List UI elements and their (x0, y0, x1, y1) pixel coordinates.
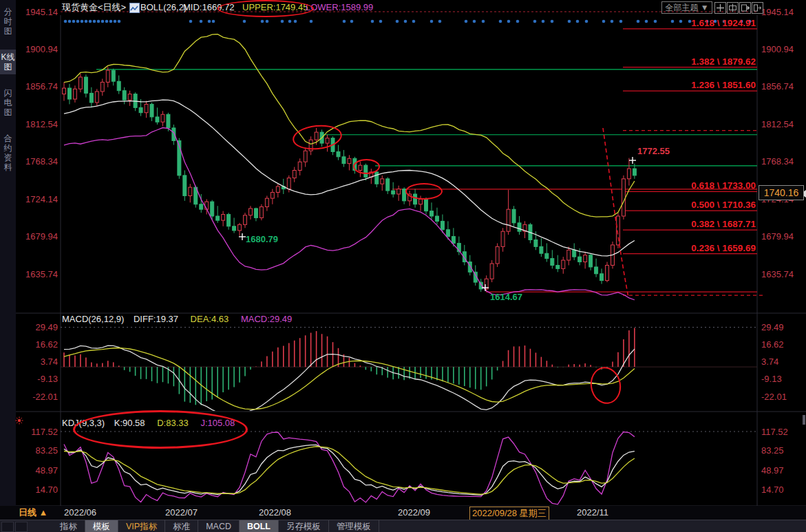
svg-text:117.52: 117.52 (761, 427, 788, 437)
event-dot-markers (64, 20, 752, 23)
svg-text:16.62: 16.62 (761, 339, 784, 350)
date-tick: 2022/08 (259, 507, 291, 518)
svg-text:-22.01: -22.01 (32, 392, 58, 402)
date-tick: 2022/11 (577, 507, 608, 518)
svg-text:0.382 \ 1687.71: 0.382 \ 1687.71 (691, 219, 756, 229)
svg-text:1635.74: 1635.74 (25, 269, 58, 279)
crosshair-marks (239, 157, 636, 291)
macd-diff: DIFF:19.37 (134, 314, 178, 324)
macd-panel (61, 328, 757, 416)
candlestick-series (63, 67, 637, 292)
svg-text:3.74: 3.74 (761, 357, 778, 367)
svg-text:1.236 \ 1851.60: 1.236 \ 1851.60 (691, 80, 756, 90)
macd-legend: MACD(26,12,9) DIFF:19.37 DEA:4.63 MACD:2… (62, 314, 292, 324)
trading-terminal: 分时图K线图闪电图合约资料 现货黄金<日线> BOLL(26,2) MID:16… (0, 0, 806, 532)
bottom-toolbar: 指标模板VIP指标标准MACDBOLL另存模板管理模板 (0, 520, 806, 532)
macd-name: MACD(26,12,9) (62, 314, 124, 324)
symbol-title: 现货黄金<日线> (62, 0, 126, 15)
date-tick: 2022/09/28 星期三 (469, 507, 549, 520)
svg-text:117.52: 117.52 (31, 427, 58, 437)
kdj-k: K:90.58 (114, 418, 145, 428)
svg-text:-22.01: -22.01 (761, 392, 787, 402)
swing-high-label: 1772.55 (637, 146, 670, 156)
collapse-panel-icon[interactable] (752, 2, 763, 14)
kdj-j: J:105.08 (200, 418, 235, 428)
toolbar-item-管理模板[interactable]: 管理模板 (329, 520, 379, 532)
svg-text:1.618 \ 1924.91: 1.618 \ 1924.91 (691, 18, 756, 28)
date-tick: 2022/09 (398, 507, 430, 518)
indicator-name: BOLL(26,2) (140, 0, 187, 15)
svg-text:1945.14: 1945.14 (761, 7, 794, 17)
scrollbar-thumb[interactable] (803, 415, 805, 425)
chart-canvas[interactable]: 1.618 \ 1924.911.382 \ 1879.621.236 \ 18… (0, 0, 806, 532)
current-price-tag: 1740.16 (759, 185, 804, 200)
kdj-d: D:83.33 (157, 418, 189, 428)
swing-low-label-2: 1614.67 (490, 292, 522, 302)
date-tick: 2022/06 (64, 507, 96, 518)
svg-text:1900.94: 1900.94 (761, 44, 794, 54)
kdj-panel (64, 432, 635, 504)
svg-text:0.236 \ 1659.69: 0.236 \ 1659.69 (691, 243, 756, 253)
kdj-legend: KDJ(9,3,3) K:90.58 D:83.33 J:105.08 (62, 418, 235, 428)
svg-text:29.49: 29.49 (761, 322, 784, 332)
svg-text:29.49: 29.49 (35, 322, 58, 332)
toolbar-item-另存模板[interactable]: 另存模板 (279, 520, 329, 532)
date-axis: 日线 ▲ 2022/062022/072022/082022/092022/09… (0, 506, 806, 520)
svg-text:0.618 \ 1733.00: 0.618 \ 1733.00 (691, 180, 756, 191)
svg-text:1768.34: 1768.34 (25, 156, 58, 167)
corner-cell-1[interactable] (1, 522, 14, 532)
boll-lower-value: LOWER:1589.99 (306, 0, 373, 15)
svg-text:14.70: 14.70 (35, 485, 58, 495)
corner-cell-2[interactable] (15, 522, 28, 532)
svg-text:1812.54: 1812.54 (761, 119, 794, 129)
svg-text:14.70: 14.70 (761, 485, 784, 495)
svg-text:3.74: 3.74 (41, 357, 58, 367)
swing-low-label-1: 1680.79 (246, 234, 278, 244)
svg-text:1856.74: 1856.74 (25, 81, 58, 92)
toolbar-item-标准[interactable]: 标准 (165, 520, 198, 532)
macd-dea: DEA:4.63 (191, 314, 229, 324)
indicator-chart-icon (129, 3, 140, 13)
svg-text:1.382 \ 1879.62: 1.382 \ 1879.62 (691, 56, 756, 67)
svg-text:1679.94: 1679.94 (25, 231, 58, 242)
toolbar-item-模板[interactable]: 模板 (85, 520, 118, 532)
svg-text:-9.13: -9.13 (37, 374, 58, 384)
toolbar-item-BOLL[interactable]: BOLL (240, 520, 279, 532)
fit-horizontal-icon[interactable] (739, 2, 751, 14)
svg-text:48.97: 48.97 (35, 465, 58, 476)
fit-vertical-icon[interactable] (727, 2, 739, 14)
svg-text:16.62: 16.62 (35, 339, 58, 350)
kdj-name: KDJ(9,3,3) (62, 418, 105, 428)
toolbar-item-指标[interactable]: 指标 (52, 520, 85, 532)
svg-text:1945.14: 1945.14 (25, 7, 58, 17)
svg-text:1679.94: 1679.94 (761, 231, 794, 242)
toolbar-item-VIP指标[interactable]: VIP指标 (118, 520, 165, 532)
boll-mid-value: MID:1669.72 (183, 0, 234, 15)
svg-text:-9.13: -9.13 (761, 374, 782, 384)
theme-selector[interactable]: 全部主题 ▼ (661, 1, 712, 14)
svg-text:0.500 \ 1710.36: 0.500 \ 1710.36 (691, 200, 756, 210)
period-selector[interactable]: 日线 ▲ (19, 507, 47, 519)
svg-text:83.25: 83.25 (35, 445, 58, 456)
macd-value: MACD:29.49 (241, 314, 292, 324)
svg-text:1635.74: 1635.74 (761, 269, 794, 279)
svg-text:1768.34: 1768.34 (761, 156, 794, 167)
date-tick: 2022/07 (165, 507, 198, 518)
svg-text:1812.54: 1812.54 (25, 119, 58, 129)
fibonacci-retracement: 1.618 \ 1924.911.382 \ 1879.621.236 \ 18… (486, 18, 757, 292)
indicator-settings-icon[interactable] (16, 417, 23, 425)
svg-text:48.97: 48.97 (761, 465, 784, 476)
svg-text:1856.74: 1856.74 (761, 81, 794, 92)
svg-text:1900.94: 1900.94 (25, 44, 58, 54)
panel-frame (16, 12, 806, 520)
svg-text:1724.14: 1724.14 (25, 194, 58, 204)
drawn-red-lines (392, 131, 763, 296)
boll-upper-value: UPPER:1749.45 (242, 0, 308, 15)
crosshair-tool-icon[interactable] (714, 2, 726, 14)
svg-text:83.25: 83.25 (761, 445, 784, 456)
toolbar-item-MACD[interactable]: MACD (198, 520, 240, 532)
